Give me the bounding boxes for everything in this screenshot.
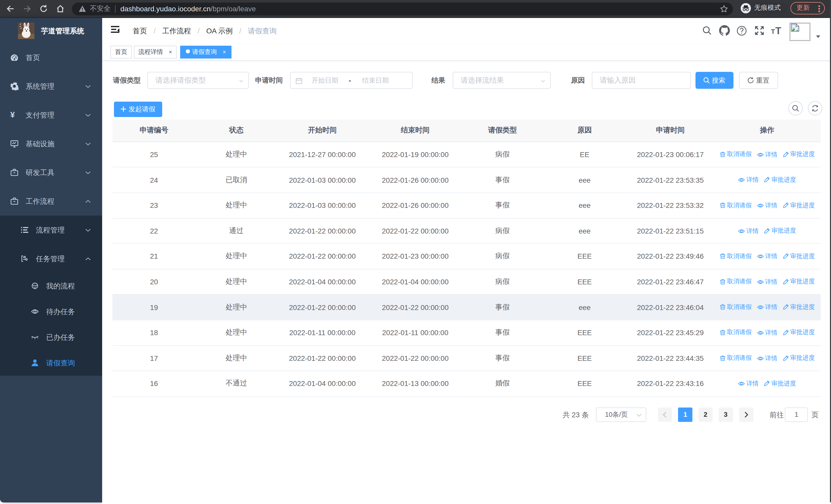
svg-text:T: T xyxy=(771,27,775,35)
svg-text:T: T xyxy=(775,25,781,36)
